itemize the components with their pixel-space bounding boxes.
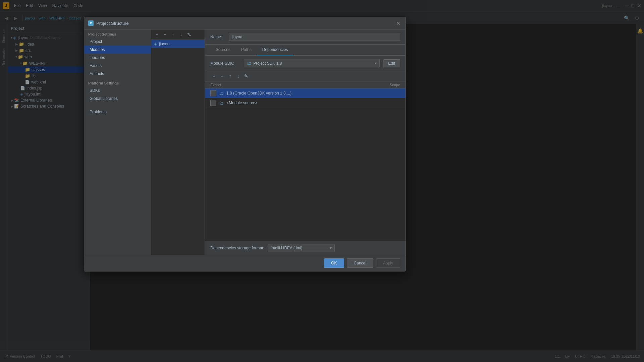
dep-col-export-header: Export: [210, 83, 360, 87]
tab-dependencies[interactable]: Dependencies: [257, 45, 293, 55]
storage-label: Dependencies storage format:: [210, 246, 264, 250]
module-name-row: Name:: [205, 29, 406, 45]
ok-button[interactable]: OK: [324, 258, 344, 268]
dep-add-button[interactable]: +: [210, 72, 218, 80]
dialog-overlay: P Project Structure ✕ Project Settings P…: [0, 0, 644, 362]
module-remove-button[interactable]: −: [161, 31, 169, 38]
dep-jdk-icon: 🗂: [219, 90, 224, 96]
tab-sources[interactable]: Sources: [210, 45, 236, 55]
apply-button[interactable]: Apply: [376, 258, 400, 268]
storage-format-value: IntelliJ IDEA (.iml): [271, 246, 303, 250]
sdk-dropdown[interactable]: 🗂 Project SDK 1.8 ▾: [244, 59, 380, 67]
nav-global-libraries[interactable]: Global Libraries: [84, 95, 151, 103]
nav-facets[interactable]: Facets: [84, 62, 151, 70]
module-item-icon: ◈: [154, 42, 157, 46]
dialog-close-button[interactable]: ✕: [395, 20, 401, 26]
name-label: Name:: [210, 35, 225, 39]
nav-problems[interactable]: Problems: [84, 108, 151, 116]
dep-row-modsrc[interactable]: 🗂 <Module source>: [205, 98, 406, 108]
module-toolbar: + − ↑ ↓ ✎: [151, 29, 205, 40]
dep-checkbox-jdk[interactable]: [210, 90, 216, 96]
dialog-body: Project Settings Project Modules Librari…: [84, 29, 406, 255]
nav-modules[interactable]: Modules: [84, 46, 151, 54]
dep-col-scope-header: Scope: [360, 83, 400, 87]
nav-sdks[interactable]: SDKs: [84, 86, 151, 95]
dep-table-header: Export Scope: [205, 81, 406, 88]
sdk-dropdown-icon: 🗂: [247, 61, 251, 66]
storage-format-arrow: ▾: [330, 246, 332, 250]
sdk-row: Module SDK: 🗂 Project SDK 1.8 ▾ Edit: [205, 56, 406, 71]
platform-settings-header: Platform Settings: [84, 78, 151, 86]
module-item-label: jiayou: [159, 42, 169, 46]
dependencies-panel: Module SDK: 🗂 Project SDK 1.8 ▾ Edit: [205, 56, 406, 255]
nav-project[interactable]: Project: [84, 38, 151, 46]
tab-paths[interactable]: Paths: [236, 45, 257, 55]
cancel-button[interactable]: Cancel: [347, 258, 373, 268]
nav-libraries[interactable]: Libraries: [84, 54, 151, 62]
module-edit-button[interactable]: ✎: [185, 31, 193, 38]
dialog-nav-panel: Project Settings Project Modules Librari…: [84, 29, 151, 255]
ide-window: J File Edit View Navigate Code jiayou – …: [0, 0, 644, 362]
storage-format-row: Dependencies storage format: IntelliJ ID…: [205, 241, 406, 255]
dep-edit-button[interactable]: ✎: [243, 72, 250, 80]
sdk-dropdown-value: Project SDK 1.8: [253, 61, 282, 66]
storage-format-dropdown[interactable]: IntelliJ IDEA (.iml) ▾: [268, 244, 335, 252]
dep-modsrc-name: <Module source>: [226, 101, 360, 105]
sdk-dropdown-arrow: ▾: [375, 61, 377, 66]
dep-remove-button[interactable]: −: [218, 72, 226, 80]
dep-jdk-name: 1.8 (Oracle OpenJDK version 1.8....): [226, 91, 360, 96]
module-item-jiayou[interactable]: ◈ jiayou: [151, 40, 205, 48]
project-settings-header: Project Settings: [84, 29, 151, 38]
dep-toolbar: + − ↑ ↓ ✎: [205, 71, 406, 81]
dialog-title: Project Structure: [96, 21, 395, 26]
module-down-button[interactable]: ↓: [177, 31, 185, 38]
sdk-edit-button[interactable]: Edit: [383, 59, 400, 67]
dep-table: 🗂 1.8 (Oracle OpenJDK version 1.8....) 🗂…: [205, 88, 406, 241]
module-list-panel: + − ↑ ↓ ✎ ◈ jiayou: [151, 29, 205, 255]
module-add-button[interactable]: +: [153, 31, 161, 38]
module-up-button[interactable]: ↑: [169, 31, 177, 38]
dialog-title-bar: P Project Structure ✕: [84, 17, 406, 29]
project-structure-dialog: P Project Structure ✕ Project Settings P…: [84, 17, 406, 272]
name-input[interactable]: [229, 33, 400, 41]
dialog-footer: OK Cancel Apply: [84, 255, 406, 271]
dep-modsrc-icon: 🗂: [219, 100, 224, 106]
dialog-icon: P: [88, 20, 94, 26]
nav-artifacts[interactable]: Artifacts: [84, 70, 151, 78]
dep-checkbox-modsrc[interactable]: [210, 100, 216, 106]
dep-up-button[interactable]: ↑: [226, 72, 234, 80]
dialog-right-panel: Name: Sources Paths Dependencies Module …: [205, 29, 406, 255]
dep-row-jdk[interactable]: 🗂 1.8 (Oracle OpenJDK version 1.8....): [205, 88, 406, 98]
module-list: ◈ jiayou: [151, 40, 205, 255]
sdk-label: Module SDK:: [210, 61, 240, 66]
module-tabs: Sources Paths Dependencies: [205, 45, 406, 56]
dep-down-button[interactable]: ↓: [234, 72, 242, 80]
